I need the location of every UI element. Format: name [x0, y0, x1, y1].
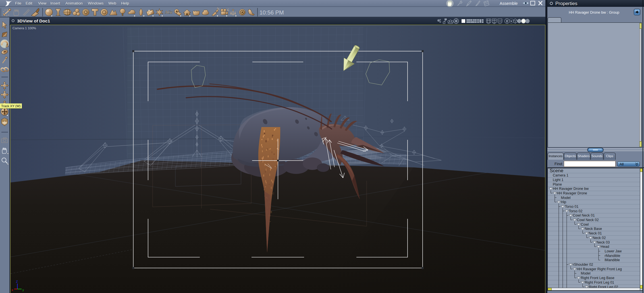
svg-text:Right Front Leg 01: Right Front Leg 01	[585, 280, 614, 284]
svg-text:Cowl Neck 01: Cowl Neck 01	[573, 213, 595, 217]
svg-text:Neck 03: Neck 03	[597, 240, 610, 244]
svg-text:x: x	[12, 288, 13, 292]
svg-text:Neck 02: Neck 02	[593, 236, 606, 240]
svg-text:lMandible: lMandible	[605, 258, 620, 262]
svg-text:HH Ravager Drone bw: HH Ravager Drone bw	[553, 187, 589, 191]
svg-text:Cowl: Cowl	[581, 223, 589, 226]
svg-text:Camera 1 100%: Camera 1 100%	[13, 26, 36, 30]
svg-text:Neck Base: Neck Base	[585, 227, 602, 231]
svg-text:rMandible: rMandible	[605, 254, 620, 258]
svg-text:HH Ravager Drone: HH Ravager Drone	[557, 191, 587, 195]
svg-text:Light 1: Light 1	[553, 178, 564, 182]
svg-text:Lower Jaw: Lower Jaw	[605, 249, 622, 253]
svg-text:AGr: AGr	[165, 10, 173, 14]
svg-text:rShoulder 02: rShoulder 02	[573, 263, 593, 267]
svg-text:Hip: Hip	[561, 200, 566, 204]
svg-text:Right Front Leg Base: Right Front Leg Base	[581, 276, 614, 280]
svg-text:Neck 01: Neck 01	[589, 231, 602, 235]
svg-text:10:56 PM: 10:56 PM	[259, 9, 284, 16]
svg-text:Torso 02: Torso 02	[569, 209, 583, 213]
svg-text:Camera 1: Camera 1	[553, 173, 568, 177]
svg-text:Z: Z	[16, 280, 18, 283]
svg-text:Torso 01: Torso 01	[565, 205, 579, 209]
svg-text:Model: Model	[581, 271, 591, 275]
svg-text:Assemble: Assemble	[500, 1, 518, 6]
svg-text:HH Ravager Right Front Leg: HH Ravager Right Front Leg	[577, 267, 622, 271]
svg-text:Model: Model	[561, 196, 571, 200]
svg-text:Scene: Scene	[550, 168, 563, 173]
svg-text:Head: Head	[601, 245, 609, 249]
svg-text:Plane: Plane	[553, 182, 562, 186]
svg-text:Cowl Neck 02: Cowl Neck 02	[577, 218, 599, 222]
svg-text:y: y	[22, 288, 24, 292]
